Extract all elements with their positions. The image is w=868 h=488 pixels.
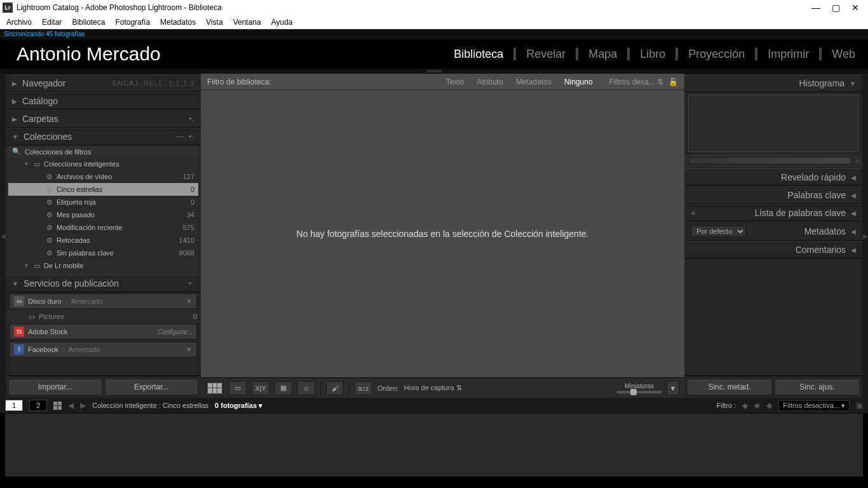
second-display-button[interactable]: 2 [29, 400, 47, 411]
panel-catalogo[interactable]: ▶ Catálogo [6, 92, 201, 110]
filter-preset-dropdown[interactable]: Filtros desactiva... ▾ [778, 400, 850, 411]
nav-mode-1to3[interactable]: 1:3 [183, 79, 194, 87]
plus-icon[interactable]: +. [188, 279, 194, 288]
lock-icon[interactable]: 🔓 [668, 78, 678, 86]
chevron-down-icon[interactable]: ▼ [186, 297, 193, 305]
export-button[interactable]: Exportar... [105, 379, 199, 395]
panel-comments[interactable]: Comentarios ◀ [684, 241, 862, 259]
panel-colecciones-label: Colecciones [24, 132, 72, 142]
compare-view-button[interactable]: X|Y [252, 381, 269, 395]
stepper-icon[interactable]: ‹› [855, 158, 860, 165]
lr-mobile-folder[interactable]: ▼▭De Lr mobile [8, 259, 198, 272]
painter-tool-button[interactable]: 🖌 [326, 381, 344, 395]
grid-icon[interactable] [53, 402, 62, 410]
list-item[interactable]: ⚙Sin palabras clave8068 [8, 247, 198, 259]
plus-icon[interactable]: + [691, 208, 696, 218]
list-item[interactable]: ⚙Mes pasado34 [8, 208, 198, 221]
breadcrumb[interactable]: Colección inteligente : Cinco estrellas [92, 402, 208, 409]
flag-unflag-icon[interactable]: ◆ [754, 401, 760, 410]
module-imprimir[interactable]: Imprimir [766, 48, 810, 61]
thumbnail-size-slider[interactable] [617, 391, 661, 393]
filter-tab-metadata[interactable]: Metadatos [516, 78, 552, 86]
menu-vista[interactable]: Vista [206, 18, 222, 27]
toolbar-menu-button[interactable]: ▼ [667, 381, 679, 395]
publish-adobe-stock[interactable]: St Adobe Stock Configurar... [10, 324, 197, 339]
panel-keyword-list[interactable]: + Lista de palabras clave ◀ [684, 204, 862, 222]
plus-icon[interactable]: +. [188, 132, 194, 141]
module-libro[interactable]: Libro [639, 48, 667, 61]
publish-stock-configure[interactable]: Configurar... [158, 329, 193, 336]
maximize-icon[interactable]: ▢ [832, 3, 840, 13]
list-item[interactable]: ⚙Retocadas1410 [8, 234, 198, 247]
panel-carpetas[interactable]: ▶ Carpetas +. [6, 110, 201, 128]
flag-reject-icon[interactable]: ◆ [766, 401, 772, 410]
collections-filter-label: Colecciones de filtros [25, 148, 92, 156]
menu-biblioteca[interactable]: Biblioteca [72, 18, 105, 27]
add-folder-icon[interactable]: +. [188, 114, 194, 123]
menu-archivo[interactable]: Archivo [6, 18, 32, 27]
people-view-button[interactable]: ☺ [297, 381, 315, 395]
panel-keywords[interactable]: Palabras clave ◀ [684, 186, 862, 204]
nav-mode-1to1[interactable]: 1:1 [168, 79, 180, 87]
panel-navegador[interactable]: ▶ Navegador ENCAJ. RELL. 1:1 1:3 [6, 74, 201, 92]
panel-histograma[interactable]: Histograma ▼ [684, 74, 862, 92]
module-revelar[interactable]: Revelar [525, 48, 567, 61]
lock-icon[interactable]: ▣ [856, 401, 863, 410]
sort-direction-button[interactable]: a↕z [355, 381, 372, 395]
panel-publish[interactable]: ▼ Servicios de publicación +. [6, 274, 201, 292]
filter-tab-none[interactable]: Ninguno [564, 78, 593, 86]
survey-view-button[interactable]: ▦ [275, 381, 292, 395]
sync-settings-button[interactable]: Sinc. ajus. [775, 379, 860, 395]
panel-colecciones[interactable]: ▼ Colecciones — +. [6, 128, 201, 146]
publish-facebook[interactable]: f Facebook : Amercado ▼ [10, 342, 197, 357]
nav-mode-fill[interactable]: RELL. [144, 79, 166, 87]
filter-tab-attribute[interactable]: Atributo [477, 78, 503, 86]
main-display-button[interactable]: 1 [5, 400, 23, 411]
menu-metadatos[interactable]: Metadatos [160, 18, 196, 27]
flag-pick-icon[interactable]: ◆ [742, 401, 748, 410]
smart-collections-folder[interactable]: ▼ ▭ Colecciones inteligentes [8, 158, 198, 170]
collections-filter-row[interactable]: 🔍 Colecciones de filtros [8, 146, 198, 158]
module-proyeccion[interactable]: Proyección [687, 48, 746, 61]
sync-metadata-button[interactable]: Sinc. metad. [687, 379, 772, 395]
import-button[interactable]: Importar... [8, 379, 102, 395]
menu-ayuda[interactable]: Ayuda [271, 18, 293, 27]
filter-preset-dropdown[interactable]: Filtros desa... ⇅ [609, 78, 663, 86]
menu-ventana[interactable]: Ventana [233, 18, 261, 27]
quick-develop-track[interactable] [688, 157, 851, 165]
panel-quick-develop[interactable]: Revelado rápido ◀ [684, 168, 862, 186]
grid-view-button[interactable] [206, 381, 224, 395]
module-biblioteca[interactable]: Biblioteca [452, 48, 505, 61]
metadata-preset-dropdown[interactable]: Por defecto [691, 226, 746, 237]
menu-editar[interactable]: Editar [42, 18, 62, 27]
toolbar: ▭ X|Y ▦ ☺ 🖌 a↕z Orden: Hora de captura ⇅… [201, 377, 684, 398]
sort-dropdown[interactable]: Hora de captura ⇅ [404, 384, 462, 392]
minimize-icon[interactable]: — [811, 3, 820, 13]
filmstrip[interactable] [5, 413, 863, 477]
filter-tab-text[interactable]: Texto [446, 78, 465, 86]
module-mapa[interactable]: Mapa [587, 48, 618, 61]
photo-count[interactable]: 0 fotografías ▾ [215, 402, 262, 410]
menu-fotografia[interactable]: Fotografía [115, 18, 150, 27]
list-item[interactable]: ⚙Archivos de vídeo127 [8, 170, 198, 183]
next-icon[interactable]: ▶ [80, 401, 86, 410]
list-item[interactable]: ⚙Modificación reciente575 [8, 221, 198, 234]
panel-metadata[interactable]: Por defecto Metadatos ◀ [684, 222, 862, 241]
close-icon[interactable]: ✕ [851, 3, 859, 13]
nav-mode-fit[interactable]: ENCAJ. [112, 79, 141, 87]
chevron-down-icon[interactable]: ▼ [186, 346, 193, 353]
left-panel-grip[interactable]: ◀ [0, 74, 6, 398]
filter-label: Filtro : [717, 402, 736, 409]
module-web[interactable]: Web [831, 48, 857, 61]
right-panel-grip[interactable]: ▶ [862, 74, 868, 398]
panel-quick-develop-label: Revelado rápido [781, 172, 846, 182]
publish-pictures[interactable]: ▭ Pictures 0 [6, 310, 201, 323]
minus-icon[interactable]: — [177, 132, 184, 141]
list-item[interactable]: ⚙Etiqueta roja0 [8, 196, 198, 208]
workspace: ◀ ▶ Navegador ENCAJ. RELL. 1:1 1:3 ▶ Cat… [0, 74, 868, 398]
top-panel-grip[interactable] [0, 69, 868, 74]
prev-icon[interactable]: ◀ [68, 401, 74, 410]
loupe-view-button[interactable]: ▭ [229, 381, 247, 395]
list-item[interactable]: ⚙Cinco estrellas0 [8, 183, 198, 196]
publish-harddrive[interactable]: ▭ Disco duro : Amercado ▼ [10, 294, 197, 309]
